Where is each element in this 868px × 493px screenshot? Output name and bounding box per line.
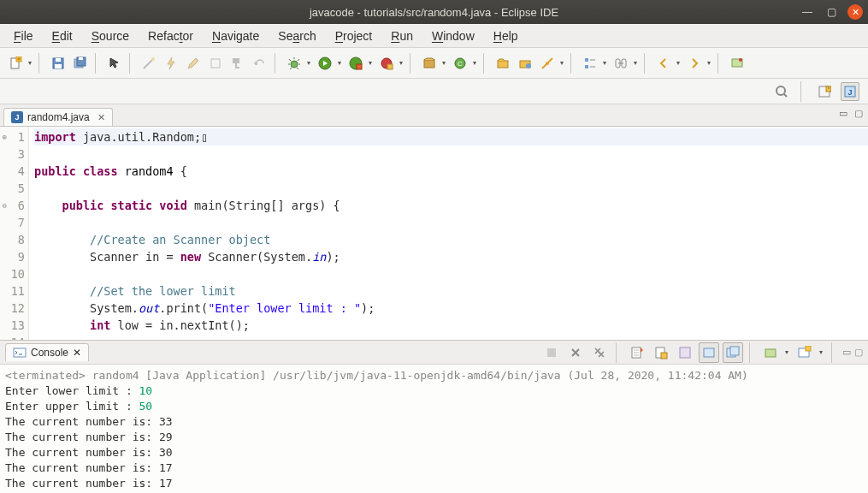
svg-rect-40 [680,347,690,358]
back-button[interactable] [653,53,674,74]
svg-rect-41 [704,348,714,357]
svg-rect-25 [585,65,588,68]
forward-dropdown[interactable]: ▾ [705,59,713,67]
editor-tab-close-icon[interactable]: ✕ [97,112,105,123]
outline-button[interactable] [580,53,600,74]
open-type-button[interactable] [493,53,513,74]
console-tab[interactable]: Console ✕ [5,343,89,361]
menu-bar: File Edit Source Refactor Navigate Searc… [0,24,868,48]
svg-point-11 [291,61,298,68]
menu-help[interactable]: Help [485,26,527,46]
pointer-icon[interactable] [104,53,125,74]
debug-dropdown[interactable]: ▾ [304,59,313,67]
new-console-dropdown[interactable]: ▾ [817,348,825,356]
console-minimize-icon[interactable]: ▭ [842,347,851,358]
wand-icon[interactable] [139,53,159,74]
scroll-lock-icon[interactable] [651,342,671,363]
terminate-icon[interactable] [541,342,562,363]
run-dropdown[interactable]: ▾ [335,59,344,67]
forward-button[interactable] [684,53,705,74]
clear-console-icon[interactable] [627,342,647,363]
menu-window[interactable]: Window [423,26,483,46]
window-title: javacode - tutorials/src/random4.java - … [310,6,558,19]
minimize-button[interactable]: — [800,4,815,20]
pencil-icon[interactable] [183,53,204,74]
svg-rect-36 [547,348,556,357]
run-last-dropdown[interactable]: ▾ [397,59,405,67]
code-area[interactable]: import java.util.Random;▯public class ra… [29,127,868,340]
undo-icon[interactable] [250,53,270,74]
search-dropdown[interactable]: ▾ [558,59,566,67]
box-icon[interactable] [205,53,226,74]
run-last-button[interactable] [376,53,397,74]
svg-rect-35 [14,348,26,357]
editor-tab-random4[interactable]: J random4.java ✕ [3,108,113,126]
display-selected-icon[interactable] [699,342,719,363]
console-line: The current number is: 33 [5,414,863,430]
console-maximize-icon[interactable]: ▢ [854,347,863,358]
menu-project[interactable]: Project [327,26,381,46]
remove-launch-icon[interactable] [565,342,586,363]
svg-rect-7 [79,57,83,60]
new-console-icon[interactable] [794,342,815,363]
coverage-button[interactable] [345,53,366,74]
pin-console-icon[interactable] [675,342,695,363]
run-button[interactable] [315,53,335,74]
save-all-button[interactable] [70,53,91,74]
menu-source[interactable]: Source [83,26,138,46]
link-button[interactable] [611,53,631,74]
menu-file[interactable]: File [5,26,42,46]
new-button[interactable] [5,53,26,74]
close-button[interactable]: ✕ [847,4,863,20]
console-output[interactable]: <terminated> random4 [Java Application] … [0,365,868,493]
quick-access-icon[interactable] [772,82,791,101]
java-perspective-button[interactable]: J [841,82,859,101]
console-line: The current number is: 17 [5,460,863,476]
menu-refactor[interactable]: Refactor [139,26,202,46]
svg-rect-24 [585,58,588,62]
new-class-dropdown[interactable]: ▾ [470,59,479,67]
new-package-dropdown[interactable]: ▾ [440,59,448,67]
console-toolbar: ▾ ▾ ▭ ▢ [541,342,863,363]
outline-dropdown[interactable]: ▾ [600,59,609,67]
back-dropdown[interactable]: ▾ [674,59,682,67]
new-dropdown[interactable]: ▾ [26,59,34,67]
minimize-pane-icon[interactable]: ▭ [839,108,847,119]
open-console-icon[interactable] [760,342,781,363]
show-console-icon[interactable] [723,342,743,363]
console-line: Enter lower limit : 10 [5,383,863,399]
svg-rect-9 [211,59,220,68]
paint-icon[interactable] [227,53,248,74]
new-package-button[interactable] [419,53,440,74]
java-file-icon: J [11,111,23,123]
open-task-button[interactable] [515,53,535,74]
console-line: The current number is: 30 [5,445,863,460]
code-editor[interactable]: 1⊕3456⊖7891011121314 import java.util.Ra… [0,127,868,341]
svg-rect-10 [233,58,239,63]
maximize-pane-icon[interactable]: ▢ [854,108,863,119]
console-launch-header: <terminated> random4 [Java Application] … [5,368,863,383]
remove-all-icon[interactable] [589,342,610,363]
console-tab-close-icon[interactable]: ✕ [73,347,81,359]
menu-edit[interactable]: Edit [44,26,81,46]
line-gutter: 1⊕3456⊖7891011121314 [0,127,29,340]
debug-button[interactable] [284,53,304,74]
open-perspective-button[interactable] [815,82,834,101]
svg-rect-43 [730,347,739,355]
lightning-icon[interactable] [161,53,181,74]
editor-tab-label: random4.java [27,111,90,123]
menu-search[interactable]: Search [269,26,324,46]
search-button[interactable] [537,53,558,74]
save-button[interactable] [48,53,68,74]
maximize-button[interactable]: ▢ [824,4,839,20]
svg-rect-44 [765,349,776,357]
editor-tab-bar: J random4.java ✕ ▭ ▢ [0,104,868,127]
open-console-dropdown[interactable]: ▾ [782,348,791,356]
menu-navigate[interactable]: Navigate [204,26,268,46]
menu-run[interactable]: Run [382,26,422,46]
link-dropdown[interactable]: ▾ [631,59,640,67]
pin-button[interactable] [727,53,747,74]
coverage-dropdown[interactable]: ▾ [366,59,375,67]
console-line: Enter upper limit : 50 [5,399,863,414]
new-class-button[interactable]: C [450,53,470,74]
